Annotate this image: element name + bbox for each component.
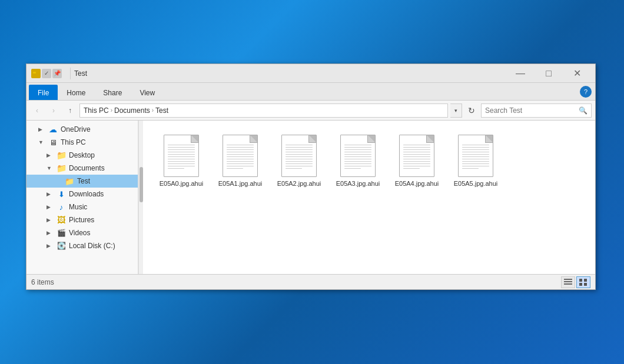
sidebar-item-documents[interactable]: ▼ 📁 Documents: [26, 162, 138, 175]
search-icon: 🔍: [579, 106, 588, 115]
file-icon: [281, 135, 317, 177]
details-view-icon: [564, 279, 572, 286]
file-item-4[interactable]: E05A4.jpg.ahui: [390, 132, 443, 190]
address-bar: ‹ › ↑ This PC › Documents › Test ▾ ↻ 🔍: [26, 101, 595, 121]
tab-view[interactable]: View: [131, 85, 164, 100]
icon-view-button[interactable]: [576, 276, 590, 288]
expand-arrow-music: ▶: [47, 204, 55, 210]
title-bar: ✓ 📌 Test — □ ✕: [26, 64, 595, 83]
search-box[interactable]: 🔍: [481, 103, 592, 118]
minimize-button[interactable]: —: [507, 64, 534, 83]
file-item-0[interactable]: E05A0.jpg.ahui: [155, 132, 208, 190]
sidebar-label-downloads: Downloads: [69, 190, 104, 198]
svg-rect-5: [579, 279, 582, 282]
sidebar-item-pictures[interactable]: ▶ 🖼 Pictures: [26, 213, 138, 226]
file-name: E05A4.jpg.ahui: [395, 179, 439, 188]
expand-arrow-thispc: ▼: [38, 139, 47, 145]
window-controls: — □ ✕: [507, 64, 590, 83]
sidebar-item-videos[interactable]: ▶ 🎬 Videos: [26, 226, 138, 239]
file-icon: [399, 135, 434, 177]
sidebar: ▶ ☁ OneDrive ▼ 🖥 This PC ▶ 📁 Desktop ▼ 📁…: [26, 121, 138, 274]
file-item-5[interactable]: E05A5.jpg.ahui: [449, 132, 502, 190]
path-segment-pc: This PC: [84, 106, 109, 115]
file-icon: [458, 135, 493, 177]
tab-file[interactable]: File: [29, 85, 58, 100]
title-bar-icons: ✓ 📌: [31, 69, 62, 78]
svg-rect-8: [584, 283, 587, 286]
expand-arrow-pictures: ▶: [47, 217, 55, 223]
tab-share[interactable]: Share: [94, 85, 131, 100]
refresh-button[interactable]: ↻: [464, 103, 479, 118]
address-dropdown[interactable]: ▾: [450, 103, 462, 118]
desktop-icon: 📁: [56, 151, 67, 160]
sidebar-item-test[interactable]: 📁 Test: [26, 175, 138, 188]
main-area: ▶ ☁ OneDrive ▼ 🖥 This PC ▶ 📁 Desktop ▼ 📁…: [26, 121, 595, 274]
svg-rect-6: [584, 279, 587, 282]
back-button[interactable]: ‹: [30, 103, 44, 118]
documents-icon: 📁: [56, 163, 67, 173]
path-sep-2: ›: [152, 107, 154, 113]
status-bar: 6 items: [26, 274, 595, 289]
file-name: E05A0.jpg.ahui: [160, 179, 204, 188]
downloads-icon: ⬇: [56, 189, 67, 199]
svg-rect-7: [579, 283, 582, 286]
forward-button[interactable]: ›: [47, 103, 61, 118]
sidebar-label-onedrive: OneDrive: [61, 125, 91, 133]
onedrive-icon: ☁: [48, 125, 58, 134]
file-name: E05A1.jpg.ahui: [218, 179, 263, 188]
maximize-button[interactable]: □: [535, 64, 562, 83]
path-sep-1: ›: [111, 107, 112, 113]
help-button[interactable]: ?: [580, 86, 592, 98]
file-item-2[interactable]: E05A2.jpg.ahui: [273, 132, 326, 190]
sidebar-label-localdisk: Local Disk (C:): [69, 242, 115, 250]
expand-arrow-desktop: ▶: [47, 152, 55, 158]
close-button[interactable]: ✕: [563, 64, 590, 83]
svg-rect-4: [564, 283, 572, 285]
test-icon: 📁: [64, 176, 75, 186]
file-item-1[interactable]: E05A1.jpg.ahui: [214, 132, 267, 190]
file-name: E05A5.jpg.ahui: [454, 179, 498, 188]
sidebar-item-music[interactable]: ▶ ♪ Music: [26, 201, 138, 213]
icon-view-icon: [579, 279, 588, 286]
svg-rect-3: [564, 281, 572, 282]
localdisk-icon: 💽: [56, 241, 67, 251]
path-segment-docs: Documents: [114, 106, 150, 115]
sidebar-label-videos: Videos: [69, 229, 90, 237]
file-icon: [223, 135, 258, 177]
file-area: E05A0.jpg.ahuiE05A1.jpg.ahuiE05A2.jpg.ah…: [143, 121, 595, 274]
tab-home[interactable]: Home: [58, 85, 94, 100]
status-item-count: 6 items: [31, 278, 561, 286]
file-name: E05A3.jpg.ahui: [336, 179, 380, 188]
window-title: Test: [74, 69, 507, 78]
sidebar-label-desktop: Desktop: [69, 151, 95, 159]
videos-icon: 🎬: [56, 228, 67, 238]
svg-rect-2: [564, 279, 572, 280]
up-button[interactable]: ↑: [63, 103, 77, 118]
sidebar-label-music: Music: [69, 203, 87, 211]
sidebar-item-onedrive[interactable]: ▶ ☁ OneDrive: [26, 123, 138, 136]
sidebar-scrollbar[interactable]: [138, 121, 143, 274]
expand-arrow-onedrive: ▶: [38, 126, 47, 132]
scroll-thumb: [140, 167, 143, 202]
file-explorer-window: ✓ 📌 Test — □ ✕ File Home Share View ? ‹ …: [26, 64, 596, 290]
folder-icon-small: [31, 69, 41, 78]
sidebar-item-desktop[interactable]: ▶ 📁 Desktop: [26, 149, 138, 162]
details-view-button[interactable]: [561, 276, 575, 288]
search-input[interactable]: [485, 106, 576, 115]
sidebar-label-pictures: Pictures: [69, 216, 94, 224]
sidebar-item-downloads[interactable]: ▶ ⬇ Downloads: [26, 188, 138, 201]
sidebar-label-thispc: This PC: [61, 138, 86, 146]
file-icon: [340, 135, 376, 177]
expand-arrow-documents: ▼: [47, 165, 55, 171]
sidebar-item-thispc[interactable]: ▼ 🖥 This PC: [26, 136, 138, 149]
sidebar-label-test: Test: [77, 177, 90, 185]
file-icon: [164, 135, 199, 177]
path-segment-test: Test: [155, 106, 168, 115]
address-path[interactable]: This PC › Documents › Test: [79, 103, 448, 118]
thispc-icon: 🖥: [48, 138, 58, 147]
sidebar-item-localdisk[interactable]: ▶ 💽 Local Disk (C:): [26, 239, 138, 252]
expand-arrow-downloads: ▶: [47, 191, 55, 197]
ribbon-tabs: File Home Share View ?: [26, 83, 595, 101]
file-item-3[interactable]: E05A3.jpg.ahui: [331, 132, 384, 190]
music-icon: ♪: [56, 202, 67, 212]
